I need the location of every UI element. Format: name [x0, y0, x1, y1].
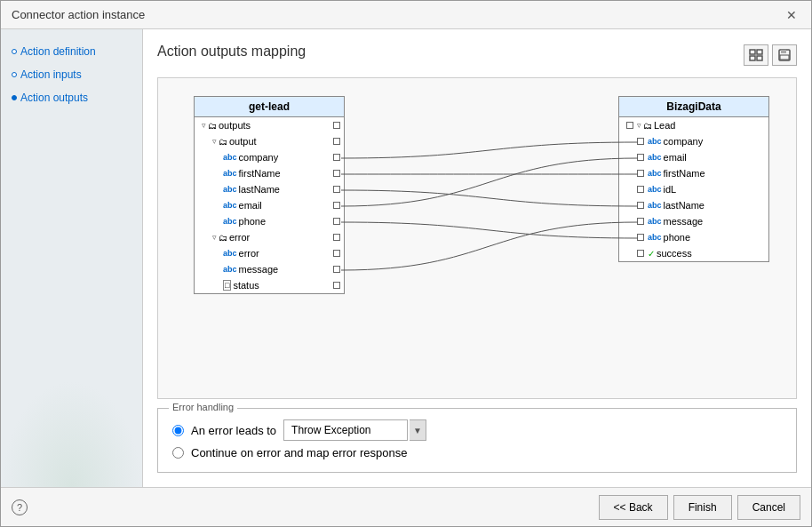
- radio-throw-label: An error leads to: [191, 424, 276, 437]
- abc-icon-firstname: abc: [223, 169, 237, 178]
- radio-continue-label: Continue on error and map error response: [191, 446, 408, 459]
- toolbar-btn-layout[interactable]: [744, 44, 768, 66]
- help-button[interactable]: ?: [12, 499, 28, 515]
- tree-row-company: abc company: [195, 149, 344, 165]
- folder-icon: 🗂: [208, 121, 217, 131]
- message-label: message: [239, 264, 279, 275]
- mapping-area: get-lead ▿ 🗂 outputs ▿ 🗂 output: [157, 77, 797, 399]
- footer-right: << Back Finish Cancel: [599, 495, 800, 520]
- port-firstname: [333, 170, 340, 177]
- tree-row-email: abc email: [195, 197, 344, 213]
- abc-icon-r-idl: abc: [648, 185, 662, 194]
- left-node: get-lead ▿ 🗂 outputs ▿ 🗂 output: [194, 96, 345, 294]
- radio-continue-error[interactable]: [172, 447, 184, 459]
- status-label: status: [233, 280, 259, 291]
- tree-row-message: abc message: [195, 261, 344, 277]
- r-phone-label: phone: [664, 232, 691, 243]
- abc-icon-r-phone: abc: [648, 233, 662, 242]
- svg-rect-0: [750, 50, 755, 54]
- svg-rect-3: [757, 56, 762, 60]
- cancel-button[interactable]: Cancel: [737, 495, 800, 520]
- sidebar-label-action-inputs: Action inputs: [20, 68, 82, 81]
- error-label: error: [239, 248, 259, 259]
- select-arrow[interactable]: ▼: [410, 419, 426, 441]
- port-left-idl: [637, 186, 644, 193]
- radio-throw-exception[interactable]: [172, 425, 184, 436]
- abc-icon-company: abc: [223, 153, 237, 162]
- radio-row-2: Continue on error and map error response: [172, 446, 782, 459]
- port-company: [333, 154, 340, 161]
- error-group-label: error: [229, 232, 250, 243]
- port-left-phone: [637, 234, 644, 241]
- tree-row-lead: ▿ 🗂 Lead: [619, 117, 768, 133]
- phone-label: phone: [239, 216, 267, 227]
- tree-row-status: □ status: [195, 277, 344, 293]
- sidebar-item-action-inputs[interactable]: Action inputs: [8, 67, 135, 83]
- abc-icon-r-email: abc: [648, 153, 662, 162]
- port-outputs: [333, 122, 340, 129]
- check-icon-success: ✓: [648, 249, 655, 259]
- abc-icon-phone: abc: [223, 217, 237, 226]
- svg-rect-1: [757, 50, 762, 54]
- port-email: [333, 202, 340, 209]
- company-label: company: [239, 152, 279, 163]
- port-error-group: [333, 234, 340, 241]
- folder-icon-lead: 🗂: [643, 121, 652, 131]
- r-success-label: success: [657, 248, 692, 259]
- title-bar: Connector action instance ✕: [1, 1, 811, 29]
- r-message-label: message: [664, 216, 704, 227]
- dialog-footer: ? << Back Finish Cancel: [1, 487, 811, 526]
- svg-rect-5: [781, 50, 786, 53]
- firstname-label: firstName: [239, 168, 281, 179]
- abc-icon-email: abc: [223, 201, 237, 210]
- finish-button[interactable]: Finish: [673, 495, 732, 520]
- r-idl-label: idL: [664, 184, 677, 195]
- throw-exception-select[interactable]: Throw Exception: [283, 419, 408, 441]
- tree-row-phone: abc phone: [195, 213, 344, 229]
- tree-row-r-phone: abc phone: [619, 229, 768, 245]
- sidebar-dot-1: [12, 49, 17, 54]
- tree-row-r-lastname: abc lastName: [619, 197, 768, 213]
- svg-rect-6: [780, 55, 789, 60]
- folder-icon-3: 🗂: [219, 233, 227, 243]
- sidebar-item-action-definition[interactable]: Action definition: [8, 44, 135, 60]
- abc-icon-r-message: abc: [648, 217, 662, 226]
- dialog-body: Action definition Action inputs Action o…: [1, 29, 811, 487]
- abc-icon-r-company: abc: [648, 137, 662, 146]
- sidebar-label-action-definition: Action definition: [20, 45, 96, 58]
- back-button[interactable]: << Back: [599, 495, 668, 520]
- save-icon: [777, 48, 792, 62]
- email-label: email: [239, 200, 262, 211]
- port-error: [333, 250, 340, 257]
- expand-icon-lead: ▿: [637, 121, 641, 130]
- port-left-success: [637, 250, 644, 257]
- port-left-email: [637, 154, 644, 161]
- radio-row-1: An error leads to Throw Exception ▼: [172, 419, 782, 441]
- sidebar-item-action-outputs[interactable]: Action outputs: [8, 90, 135, 106]
- port-left-lastname: [637, 202, 644, 209]
- left-node-header: get-lead: [195, 97, 344, 117]
- r-firstname-label: firstName: [664, 168, 705, 179]
- error-handling-title: Error handling: [169, 402, 237, 412]
- r-lastname-label: lastName: [664, 200, 705, 211]
- port-message: [333, 266, 340, 273]
- dialog-container: Connector action instance ✕ Action defin…: [0, 0, 812, 527]
- lastname-label: lastName: [239, 184, 280, 195]
- sidebar-label-action-outputs: Action outputs: [20, 92, 88, 104]
- port-left-company: [637, 138, 644, 145]
- tree-row-lastname: abc lastName: [195, 181, 344, 197]
- port-output: [333, 138, 340, 145]
- close-button[interactable]: ✕: [783, 8, 800, 22]
- dialog-title: Connector action instance: [12, 8, 145, 21]
- toolbar-btn-save[interactable]: [772, 44, 797, 66]
- tree-row-error-group: ▿ 🗂 error: [195, 229, 344, 245]
- abc-icon-message: abc: [223, 265, 237, 274]
- expand-icon-3: ▿: [212, 233, 217, 242]
- sidebar: Action definition Action inputs Action o…: [1, 29, 143, 487]
- tree-row-r-success: ✓ success: [619, 245, 768, 261]
- sidebar-dot-2: [12, 72, 17, 77]
- toolbar: [744, 44, 797, 66]
- r-company-label: company: [664, 136, 704, 147]
- port-phone: [333, 218, 340, 225]
- status-icon: □: [223, 280, 231, 291]
